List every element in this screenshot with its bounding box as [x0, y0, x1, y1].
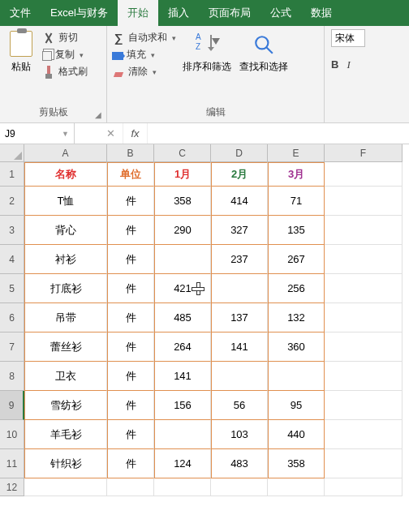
cell[interactable]	[325, 274, 403, 303]
cell[interactable]: 56	[211, 391, 268, 420]
cell[interactable]: 打底衫	[24, 274, 107, 303]
cell[interactable]: 71	[268, 187, 325, 216]
cell[interactable]: 衬衫	[24, 245, 107, 274]
cell[interactable]	[211, 362, 268, 391]
tab-excel-finance[interactable]: Excel与财务	[41, 0, 118, 26]
rowhead[interactable]: 7	[0, 332, 24, 362]
cell[interactable]: 360	[268, 332, 325, 362]
cell[interactable]	[325, 478, 403, 496]
cell[interactable]	[325, 449, 403, 478]
cell[interactable]: 名称	[24, 162, 107, 187]
cell[interactable]: 3月	[268, 162, 325, 187]
cell[interactable]: 2月	[211, 162, 268, 187]
cell[interactable]: 件	[107, 362, 154, 391]
cell[interactable]	[325, 362, 403, 391]
cell[interactable]: 290	[154, 216, 211, 245]
cell[interactable]: 256	[268, 274, 325, 303]
rowhead[interactable]: 11	[0, 449, 24, 478]
cell[interactable]: 件	[107, 245, 154, 274]
cell[interactable]	[325, 187, 403, 216]
colhead-e[interactable]: E	[268, 144, 325, 162]
cell[interactable]: 421	[154, 274, 211, 303]
cell[interactable]: 1月	[154, 162, 211, 187]
cell[interactable]: 95	[268, 391, 325, 420]
cell[interactable]: 327	[211, 216, 268, 245]
cut-button[interactable]: 剪切	[42, 31, 88, 45]
rowhead[interactable]: 3	[0, 216, 24, 245]
copy-button[interactable]: 复制 ▾	[42, 48, 88, 62]
rowhead[interactable]: 6	[0, 303, 24, 332]
fx-button[interactable]: fx	[123, 123, 148, 144]
cell[interactable]: 件	[107, 216, 154, 245]
rowhead[interactable]: 4	[0, 245, 24, 274]
cell[interactable]	[211, 274, 268, 303]
cell[interactable]: 件	[107, 187, 154, 216]
cell[interactable]: 背心	[24, 216, 107, 245]
cell[interactable]	[325, 420, 403, 449]
cell[interactable]	[154, 245, 211, 274]
cell[interactable]: 141	[154, 362, 211, 391]
cell[interactable]: 237	[211, 245, 268, 274]
rowhead[interactable]: 12	[0, 478, 24, 496]
rowhead[interactable]: 5	[0, 274, 24, 303]
cell[interactable]: 件	[107, 391, 154, 420]
cell[interactable]: 单位	[107, 162, 154, 187]
cell[interactable]: 358	[268, 449, 325, 478]
sort-filter-button[interactable]: AZ 排序和筛选	[183, 32, 231, 74]
dialog-launcher-icon[interactable]: ◢	[95, 110, 101, 119]
cell[interactable]: 蕾丝衫	[24, 332, 107, 362]
cell[interactable]: 吊带	[24, 303, 107, 332]
name-box[interactable]: J9 ▼	[0, 123, 75, 144]
cell[interactable]: 件	[107, 332, 154, 362]
clear-button[interactable]: 清除 ▾	[112, 65, 176, 79]
chevron-down-icon[interactable]: ▼	[62, 130, 69, 138]
tab-insert[interactable]: 插入	[158, 0, 199, 26]
cell[interactable]: 件	[107, 303, 154, 332]
italic-button[interactable]: I	[347, 58, 350, 71]
rowhead[interactable]: 1	[0, 162, 24, 187]
select-all-corner[interactable]	[0, 144, 24, 162]
cell[interactable]	[325, 162, 403, 187]
cell[interactable]	[154, 478, 211, 496]
cell[interactable]: 264	[154, 332, 211, 362]
tab-file[interactable]: 文件	[0, 0, 41, 26]
cell[interactable]	[325, 332, 403, 362]
cell[interactable]	[325, 391, 403, 420]
cell[interactable]	[211, 478, 268, 496]
cell[interactable]: 针织衫	[24, 449, 107, 478]
cell[interactable]: 414	[211, 187, 268, 216]
cell[interactable]: T恤	[24, 187, 107, 216]
bold-button[interactable]: B	[331, 58, 338, 71]
cell[interactable]	[325, 216, 403, 245]
cell[interactable]: 135	[268, 216, 325, 245]
cell[interactable]	[325, 303, 403, 332]
colhead-a[interactable]: A	[24, 144, 107, 162]
autosum-button[interactable]: ∑ 自动求和 ▾	[112, 31, 176, 45]
colhead-d[interactable]: D	[211, 144, 268, 162]
formula-input[interactable]	[148, 123, 409, 144]
cell[interactable]	[325, 245, 403, 274]
cell[interactable]: 件	[107, 449, 154, 478]
cell[interactable]: 137	[211, 303, 268, 332]
font-name-select[interactable]: 宋体	[331, 29, 365, 47]
cell[interactable]: 483	[211, 449, 268, 478]
rowhead[interactable]: 9	[0, 391, 24, 420]
fill-button[interactable]: 填充 ▾	[112, 48, 176, 62]
tab-home[interactable]: 开始	[118, 0, 158, 26]
rowhead[interactable]: 2	[0, 187, 24, 216]
tab-page-layout[interactable]: 页面布局	[199, 0, 260, 26]
cell[interactable]: 件	[107, 420, 154, 449]
cell[interactable]: 156	[154, 391, 211, 420]
cell[interactable]	[24, 478, 107, 496]
cell[interactable]	[107, 478, 154, 496]
cell[interactable]: 103	[211, 420, 268, 449]
cell[interactable]: 雪纺衫	[24, 391, 107, 420]
cell[interactable]: 件	[107, 274, 154, 303]
cell[interactable]: 141	[211, 332, 268, 362]
format-painter-button[interactable]: 格式刷	[42, 65, 88, 79]
cell[interactable]	[154, 420, 211, 449]
cell[interactable]	[268, 362, 325, 391]
colhead-b[interactable]: B	[107, 144, 154, 162]
tab-formulas[interactable]: 公式	[260, 0, 301, 26]
rowhead[interactable]: 8	[0, 362, 24, 391]
